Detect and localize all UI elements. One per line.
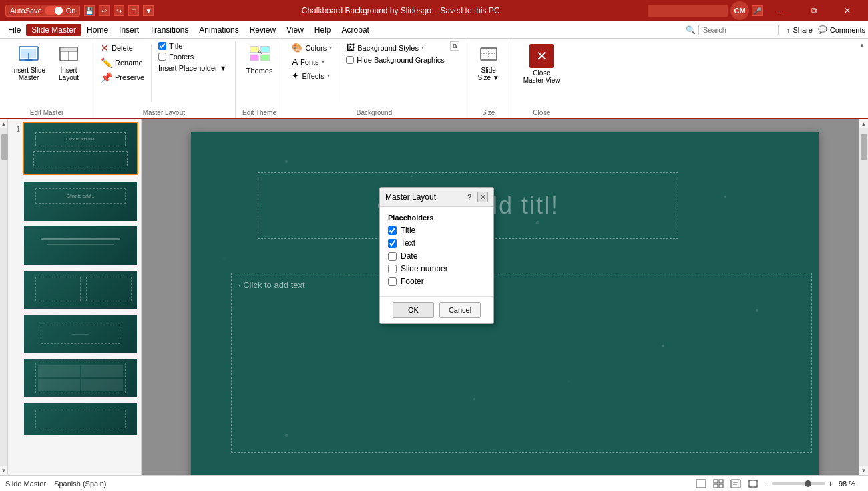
- dialog-header: Master Layout ? ✕: [380, 188, 493, 207]
- slide-number-checkbox-label[interactable]: Slide number: [401, 264, 448, 273]
- dialog-checkbox-slide-number[interactable]: Slide number: [388, 264, 485, 273]
- date-checkbox-label[interactable]: Date: [401, 251, 417, 261]
- ok-button[interactable]: OK: [393, 302, 434, 318]
- dialog-checkbox-footer[interactable]: Footer: [388, 277, 485, 286]
- main-area: ▲ ▼ 1 Click to add title: [0, 119, 868, 475]
- master-layout-dialog: Master Layout ? ✕ Placeholders Title Tex…: [379, 187, 494, 324]
- text-checkbox-label[interactable]: Text: [401, 238, 415, 248]
- dialog-checkbox-text[interactable]: Text: [388, 238, 485, 248]
- dialog-checkbox-date[interactable]: Date: [388, 251, 485, 261]
- dialog-checkbox-title[interactable]: Title: [388, 226, 485, 235]
- text-checkbox-input[interactable]: [388, 239, 397, 248]
- slide-number-checkbox-input[interactable]: [388, 265, 397, 273]
- title-checkbox-label[interactable]: Title: [401, 226, 415, 235]
- date-checkbox-input[interactable]: [388, 252, 397, 261]
- dialog-section-label: Placeholders: [388, 214, 485, 222]
- dialog-overlay: Master Layout ? ✕ Placeholders Title Tex…: [142, 119, 868, 475]
- canvas-area: Click to add titl! · Click to add text M…: [142, 119, 868, 475]
- dialog-close-button[interactable]: ✕: [477, 192, 488, 202]
- dialog-title: Master Layout: [385, 192, 436, 202]
- footer-checkbox-label[interactable]: Footer: [401, 277, 424, 286]
- dialog-footer: OK Cancel: [380, 296, 493, 323]
- title-checkbox-input[interactable]: [388, 226, 397, 235]
- dialog-body: Placeholders Title Text Date: [380, 207, 493, 296]
- cancel-button[interactable]: Cancel: [439, 302, 481, 318]
- dialog-help-button[interactable]: ?: [464, 192, 475, 202]
- dialog-header-buttons: ? ✕: [464, 192, 488, 202]
- footer-checkbox-input[interactable]: [388, 277, 397, 286]
